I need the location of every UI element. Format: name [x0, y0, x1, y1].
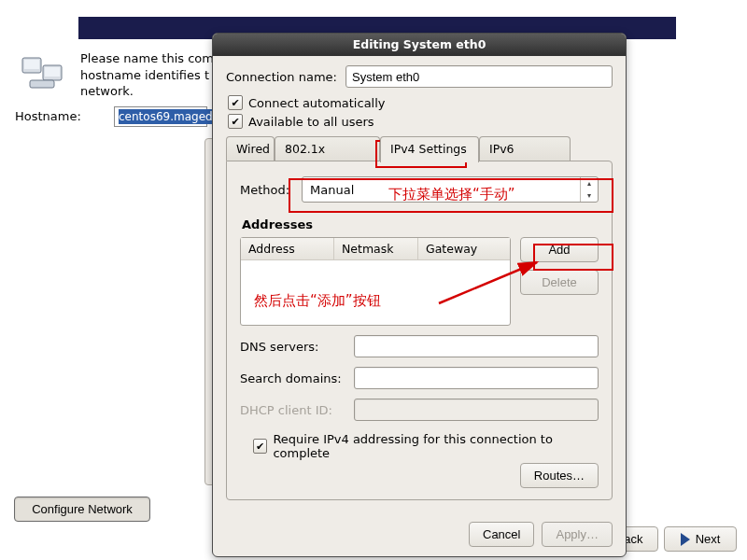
- dns-servers-input[interactable]: [354, 335, 599, 357]
- connection-name-label: Connection name:: [226, 70, 345, 84]
- routes-button[interactable]: Routes…: [520, 463, 599, 488]
- desc-line2: hostname identifies t: [80, 68, 209, 82]
- col-netmask: Netmask: [334, 238, 418, 260]
- configure-network-button[interactable]: Configure Network: [14, 497, 150, 522]
- tab-ipv6-settings[interactable]: IPv6 Settings: [479, 136, 571, 161]
- method-label: Method:: [240, 183, 292, 197]
- search-domains-label: Search domains:: [240, 371, 348, 385]
- editing-connection-dialog: Editing System eth0 Connection name: ✔ C…: [212, 33, 627, 557]
- require-ipv4-label: Require IPv4 addressing for this connect…: [273, 432, 599, 460]
- combo-spinner-icon: ▴▾: [580, 177, 598, 202]
- svg-rect-3: [45, 67, 60, 77]
- dhcp-client-id-label: DHCP client ID:: [240, 403, 348, 417]
- hostname-input[interactable]: centos69.magedu: [114, 106, 207, 127]
- add-address-button[interactable]: Add: [520, 237, 599, 262]
- configure-network-label: Configure Network: [32, 502, 133, 516]
- dns-servers-label: DNS servers:: [240, 340, 348, 354]
- method-value: Manual: [310, 183, 354, 197]
- routes-label: Routes…: [534, 469, 585, 483]
- desc-line3: network.: [80, 84, 134, 98]
- search-domains-input[interactable]: [354, 367, 599, 389]
- add-label: Add: [548, 243, 570, 257]
- require-ipv4-checkbox[interactable]: ✔: [253, 439, 267, 454]
- col-gateway: Gateway: [418, 238, 510, 260]
- cancel-label: Cancel: [483, 527, 520, 541]
- dialog-titlebar[interactable]: Editing System eth0: [213, 34, 626, 56]
- delete-address-button: Delete: [520, 270, 599, 295]
- computer-network-icon: [21, 56, 67, 91]
- col-address: Address: [241, 238, 334, 260]
- ipv4-settings-panel: Method: Manual ▴▾ Addresses Address Netm…: [226, 161, 613, 500]
- addresses-title: Addresses: [242, 217, 599, 231]
- method-combo[interactable]: Manual ▴▾: [302, 176, 599, 203]
- settings-tabs: Wired 802.1x Security IPv4 Settings IPv6…: [226, 136, 613, 161]
- tab-wired[interactable]: Wired: [226, 136, 275, 161]
- cancel-button[interactable]: Cancel: [469, 522, 534, 547]
- desc-line1: Please name this com: [80, 51, 214, 65]
- connection-name-input[interactable]: [345, 65, 613, 88]
- available-all-users-label: Available to all users: [248, 115, 374, 129]
- addresses-table[interactable]: Address Netmask Gateway: [240, 237, 511, 326]
- delete-label: Delete: [542, 275, 577, 289]
- svg-rect-1: [24, 60, 39, 69]
- tab-8021x-security[interactable]: 802.1x Security: [275, 136, 380, 161]
- arrow-right-icon: [681, 533, 690, 546]
- tab-ipv4-settings[interactable]: IPv4 Settings: [380, 136, 479, 162]
- apply-button: Apply…: [542, 522, 613, 547]
- apply-label: Apply…: [556, 527, 599, 541]
- connect-automatically-label: Connect automatically: [248, 96, 386, 110]
- next-button[interactable]: Next: [664, 526, 737, 552]
- available-all-users-checkbox[interactable]: ✔: [228, 114, 243, 129]
- connect-automatically-checkbox[interactable]: ✔: [228, 95, 243, 110]
- next-label: Next: [696, 532, 721, 546]
- svg-rect-4: [30, 80, 54, 88]
- dhcp-client-id-input: [354, 399, 599, 421]
- hostname-value-selected: centos69.magedu: [119, 109, 219, 124]
- hostname-label: Hostname:: [15, 109, 81, 123]
